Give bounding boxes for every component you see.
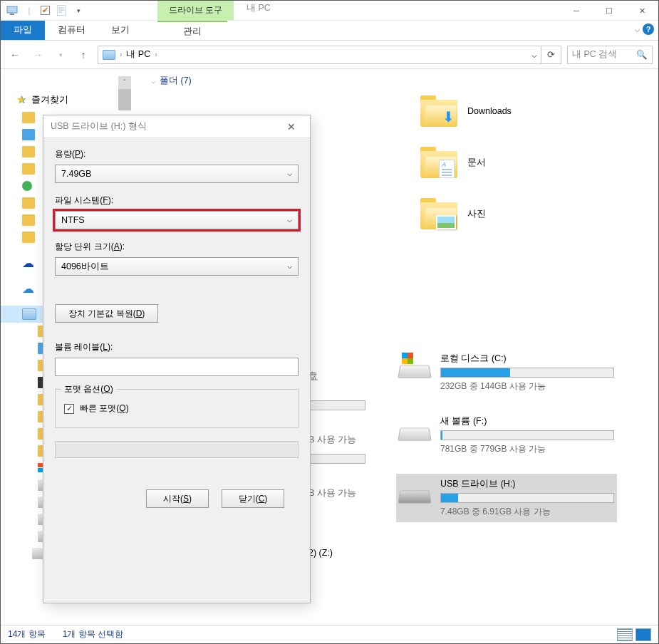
up-button[interactable]: ↑	[75, 46, 92, 63]
usb-drive-icon	[399, 478, 430, 504]
capacity-dropdown[interactable]: 7.49GB	[55, 165, 299, 183]
folder-pictures[interactable]: 사진	[420, 198, 648, 229]
folder-label: 사진	[467, 208, 486, 220]
drive-subtitle: 781GB 중 779GB 사용 가능	[440, 443, 614, 455]
peek-bar	[308, 454, 365, 464]
peek-bar	[308, 400, 365, 410]
refresh-button[interactable]	[541, 46, 561, 63]
folder-documents[interactable]: 문서	[420, 147, 648, 178]
restore-defaults-button[interactable]: 장치 기본값 복원(D)	[55, 304, 158, 323]
documents-folder-icon	[420, 147, 457, 178]
downloads-folder-icon: ⬇	[420, 95, 457, 127]
dialog-close-button[interactable]: ✕	[280, 116, 303, 137]
group-label: 폴더 (7)	[160, 75, 192, 87]
window-titlebar: | ✔ ▾ 드라이브 도구 내 PC ─ ☐ ✕	[1, 1, 658, 21]
status-icon	[22, 181, 32, 191]
forward-button[interactable]: →	[29, 46, 46, 63]
address-dropdown-icon[interactable]: ⌵	[528, 46, 541, 63]
ribbon-expand-icon[interactable]: ⌵	[635, 24, 640, 34]
document-icon[interactable]	[56, 5, 67, 16]
format-progress-bar	[55, 441, 299, 458]
folder-label: 문서	[467, 157, 486, 169]
folder-downloads[interactable]: ⬇ Downloads	[420, 95, 648, 127]
details-view-button[interactable]	[617, 628, 633, 641]
peek-text: B 사용 가능	[308, 487, 356, 499]
folder-icon	[22, 232, 35, 243]
contextual-tab-drive-tools: 드라이브 도구	[157, 1, 234, 20]
format-options-legend: 포맷 옵션(O)	[61, 383, 116, 395]
file-tab[interactable]: 파일	[1, 21, 45, 40]
close-button[interactable]: ✕	[626, 1, 658, 21]
star-icon: ★	[16, 93, 26, 106]
dialog-titlebar[interactable]: USB 드라이브 (H:) 형식 ✕	[43, 115, 310, 138]
folder-icon	[22, 146, 35, 157]
quick-format-label: 빠른 포맷(Q)	[80, 402, 129, 415]
close-button[interactable]: 닫기(C)	[222, 489, 284, 508]
drive-title: USB 드라이브 (H:)	[440, 478, 614, 490]
drive-usage-bar	[440, 368, 614, 378]
ribbon-tabs: 파일 컴퓨터 보기 관리 ⌵ ?	[1, 21, 658, 41]
cloud-icon: ☁	[22, 256, 34, 271]
chevron-right-icon[interactable]: ›	[155, 51, 157, 58]
drive-subtitle: 232GB 중 144GB 사용 가능	[440, 380, 614, 393]
help-icon[interactable]: ?	[643, 24, 654, 35]
filesystem-dropdown[interactable]: NTFS	[55, 211, 299, 229]
allocation-value: 4096바이트	[61, 261, 109, 273]
quick-format-checkbox[interactable]: ✓ 빠른 포맷(Q)	[64, 402, 289, 415]
allocation-label: 할당 단위 크기(A):	[55, 241, 299, 253]
start-button[interactable]: 시작(S)	[146, 489, 209, 508]
drive-usage-bar	[440, 430, 614, 440]
status-bar: 14개 항목 1개 항목 선택함	[1, 625, 658, 643]
drive-subtitle: 7.48GB 중 6.91GB 사용 가능	[440, 506, 614, 518]
view-tab[interactable]: 보기	[98, 21, 142, 40]
drive-h-selected[interactable]: USB 드라이브 (H:) 7.48GB 중 6.91GB 사용 가능	[396, 474, 617, 522]
search-placeholder: 내 PC 검색	[572, 48, 617, 61]
quick-access-toolbar: | ✔ ▾	[1, 5, 84, 16]
folder-icon	[22, 112, 35, 123]
thumbnails-view-button[interactable]	[635, 628, 651, 641]
disk-icon	[399, 415, 430, 441]
qat-divider: |	[24, 5, 35, 16]
scrollbar-thumb[interactable]	[118, 89, 131, 110]
pc-icon	[103, 50, 115, 60]
drive-f[interactable]: 새 볼륨 (F:) 781GB 중 779GB 사용 가능	[396, 411, 617, 459]
tree-label: 즐겨찾기	[31, 93, 68, 106]
chevron-down-icon: ⌵	[151, 77, 155, 85]
drives-column: 로컬 디스크 (C:) 232GB 중 144GB 사용 가능 새 볼륨 (F:…	[396, 320, 617, 522]
maximize-button[interactable]: ☐	[593, 1, 626, 21]
breadcrumb[interactable]: 내 PC	[126, 48, 150, 61]
address-bar[interactable]: › 내 PC › ⌵	[98, 46, 561, 64]
volume-label-label: 볼륨 레이블(L):	[55, 341, 299, 353]
capacity-value: 7.49GB	[61, 169, 91, 179]
filesystem-label: 파일 시스템(F):	[55, 194, 299, 207]
allocation-dropdown[interactable]: 4096바이트	[55, 257, 299, 276]
checkbox-icon: ✓	[64, 404, 74, 414]
minimize-button[interactable]: ─	[560, 1, 593, 21]
computer-tab[interactable]: 컴퓨터	[45, 21, 98, 40]
peek-text: 2) (Z:)	[308, 548, 333, 558]
search-input[interactable]: 내 PC 검색 🔍	[567, 46, 653, 64]
search-icon: 🔍	[636, 49, 648, 60]
pc-icon	[22, 308, 36, 320]
scroll-up-icon[interactable]: ˆ	[118, 76, 131, 89]
folder-icon	[22, 197, 35, 209]
manage-tab[interactable]: 관리	[157, 21, 227, 41]
status-selected-count: 1개 항목 선택함	[63, 628, 123, 640]
capacity-label: 용량(P):	[55, 148, 299, 160]
svg-rect-1	[10, 14, 14, 15]
drive-c[interactable]: 로컬 디스크 (C:) 232GB 중 144GB 사용 가능	[396, 348, 617, 397]
group-header-folders[interactable]: ⌵ 폴더 (7)	[151, 71, 658, 95]
qat-dropdown-icon[interactable]: ▾	[73, 5, 84, 16]
navigation-bar: ← → ▾ ↑ › 내 PC › ⌵ 내 PC 검색 🔍	[1, 41, 658, 69]
format-options-group: 포맷 옵션(O) ✓ 빠른 포맷(Q)	[55, 389, 299, 428]
pictures-folder-icon	[420, 198, 457, 229]
tree-favorites[interactable]: ★ 즐겨찾기	[1, 90, 133, 109]
format-dialog: USB 드라이브 (H:) 형식 ✕ 용량(P): 7.49GB 파일 시스템(…	[43, 115, 311, 603]
chevron-right-icon[interactable]: ›	[120, 51, 122, 58]
drive-title: 로컬 디스크 (C:)	[440, 353, 614, 365]
volume-label-input[interactable]	[55, 358, 299, 376]
recent-dropdown-icon[interactable]: ▾	[52, 46, 69, 63]
back-button[interactable]: ←	[6, 46, 24, 63]
checkbox-icon[interactable]: ✔	[41, 6, 50, 15]
local-disk-icon	[399, 353, 430, 378]
